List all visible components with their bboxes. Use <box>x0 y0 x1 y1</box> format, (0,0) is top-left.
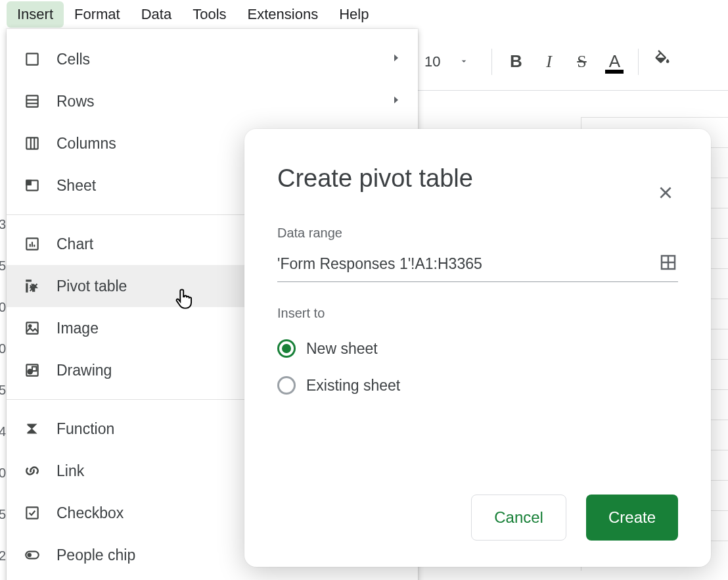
image-icon <box>22 320 42 337</box>
link-icon <box>22 462 42 479</box>
menu-item-label: Link <box>57 462 84 480</box>
grid-icon <box>658 263 678 274</box>
create-button[interactable]: Create <box>586 495 678 541</box>
svg-point-22 <box>28 554 31 556</box>
select-range-button[interactable] <box>658 253 678 275</box>
cancel-button[interactable]: Cancel <box>471 495 566 541</box>
svg-rect-19 <box>32 367 37 372</box>
dialog-title: Create pivot table <box>277 164 473 193</box>
rows-icon <box>22 93 42 110</box>
data-range-label: Data range <box>277 226 678 241</box>
menu-item-label: Function <box>57 420 114 438</box>
svg-rect-15 <box>26 322 37 333</box>
people-chip-icon <box>22 546 42 564</box>
menu-item-label: Pivot table <box>57 278 127 295</box>
fill-color-button[interactable] <box>648 47 677 76</box>
svg-rect-1 <box>26 95 37 107</box>
row-numbers: 3 5 0 0 5 4 0 5 2 <box>0 217 6 564</box>
menu-item-label: Cells <box>57 51 90 68</box>
svg-rect-20 <box>26 507 37 518</box>
cursor-icon <box>175 288 194 315</box>
paint-bucket-icon <box>653 50 671 73</box>
chart-icon <box>22 235 42 253</box>
menu-item-label: Rows <box>57 93 95 110</box>
radio-icon <box>277 376 296 395</box>
dropdown-caret-icon <box>459 53 469 70</box>
strikethrough-button[interactable]: S <box>567 47 596 76</box>
separator <box>491 49 492 75</box>
columns-icon <box>22 135 42 152</box>
svg-point-16 <box>29 325 31 327</box>
menu-item-label: Chart <box>57 235 93 253</box>
svg-rect-4 <box>26 137 37 149</box>
menu-tools[interactable]: Tools <box>182 1 237 28</box>
checkbox-icon <box>22 504 42 521</box>
radio-existing-sheet[interactable]: Existing sheet <box>277 376 678 395</box>
svg-rect-0 <box>26 53 37 64</box>
svg-rect-14 <box>26 283 28 293</box>
toolbar: 10 B I S A <box>418 33 728 91</box>
font-size-value: 10 <box>424 53 440 70</box>
pivot-table-icon <box>22 278 42 295</box>
menu-item-rows[interactable]: Rows <box>7 80 418 122</box>
radio-label: Existing sheet <box>306 377 400 395</box>
menu-item-label: Image <box>57 320 99 337</box>
menu-item-label: Checkbox <box>57 504 124 522</box>
text-color-button[interactable]: A <box>600 47 629 76</box>
data-range-input[interactable] <box>277 255 658 273</box>
svg-rect-13 <box>26 279 32 281</box>
close-icon <box>657 185 674 205</box>
menu-extensions[interactable]: Extensions <box>237 1 329 28</box>
menu-format[interactable]: Format <box>64 1 131 28</box>
drawing-icon <box>22 362 42 379</box>
function-icon <box>22 420 42 437</box>
menu-item-cells[interactable]: Cells <box>7 38 418 80</box>
menu-insert[interactable]: Insert <box>7 1 64 28</box>
cells-icon <box>22 51 42 68</box>
close-button[interactable] <box>653 180 678 210</box>
menu-bar: Insert Format Data Tools Extensions Help <box>0 0 728 29</box>
data-range-field <box>277 253 678 282</box>
separator <box>638 49 639 75</box>
radio-label: New sheet <box>306 340 378 358</box>
svg-rect-8 <box>26 180 31 185</box>
menu-help[interactable]: Help <box>329 1 379 28</box>
bold-button[interactable]: B <box>501 47 530 76</box>
chevron-right-icon <box>390 52 402 67</box>
radio-new-sheet[interactable]: New sheet <box>277 339 678 358</box>
menu-data[interactable]: Data <box>131 1 182 28</box>
chevron-right-icon <box>390 94 402 109</box>
create-pivot-table-dialog: Create pivot table Data range Insert to … <box>244 129 711 567</box>
insert-to-label: Insert to <box>277 306 678 321</box>
menu-item-label: Drawing <box>57 362 112 379</box>
menu-item-label: People chip <box>57 546 135 564</box>
italic-button[interactable]: I <box>534 47 563 76</box>
sheet-icon <box>22 177 42 194</box>
font-size-selector[interactable]: 10 <box>424 53 482 70</box>
menu-item-label: Sheet <box>57 177 96 195</box>
menu-item-label: Columns <box>57 135 116 153</box>
radio-icon <box>277 339 296 358</box>
